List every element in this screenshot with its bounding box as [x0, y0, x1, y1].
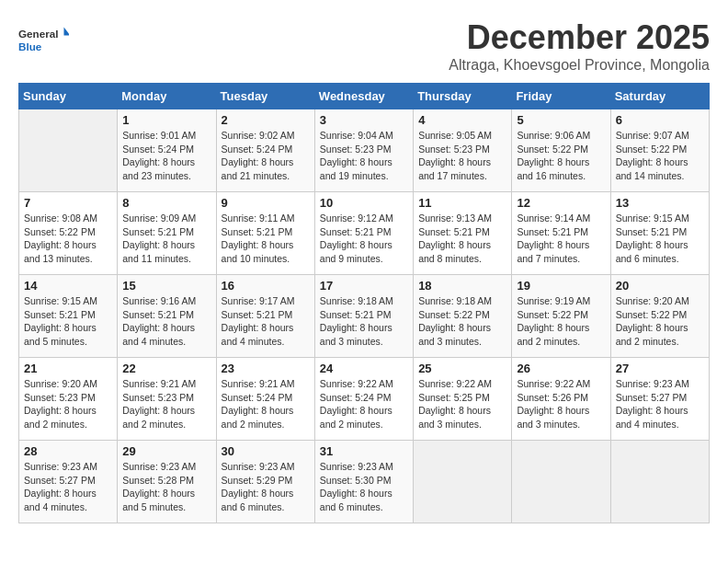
calendar-cell: 13 Sunrise: 9:15 AMSunset: 5:21 PMDaylig…: [610, 192, 709, 275]
calendar-cell: [414, 441, 512, 523]
title-area: December 2025 Altraga, Khoevsgoel Provin…: [449, 18, 710, 74]
day-number: 9: [222, 196, 310, 210]
day-number: 15: [122, 279, 210, 293]
calendar-week-row: 21 Sunrise: 9:20 AMSunset: 5:23 PMDaylig…: [19, 358, 710, 441]
day-number: 12: [517, 196, 605, 210]
day-info: Sunrise: 9:23 AMSunset: 5:28 PMDaylight:…: [122, 460, 210, 514]
day-info: Sunrise: 9:06 AMSunset: 5:22 PMDaylight:…: [517, 129, 605, 183]
day-number: 30: [222, 444, 310, 458]
day-info: Sunrise: 9:19 AMSunset: 5:22 PMDaylight:…: [517, 294, 605, 349]
day-number: 24: [320, 362, 408, 375]
day-number: 10: [320, 196, 408, 210]
day-info: Sunrise: 9:18 AMSunset: 5:22 PMDaylight:…: [418, 294, 506, 349]
calendar-week-row: 28 Sunrise: 9:23 AMSunset: 5:27 PMDaylig…: [19, 441, 710, 523]
day-number: 14: [24, 279, 112, 293]
calendar-cell: 31 Sunrise: 9:23 AMSunset: 5:30 PMDaylig…: [314, 441, 413, 523]
day-number: 7: [24, 196, 112, 210]
day-info: Sunrise: 9:22 AMSunset: 5:25 PMDaylight:…: [418, 377, 506, 431]
day-header-monday: Monday: [118, 84, 216, 109]
calendar-cell: 5 Sunrise: 9:06 AMSunset: 5:22 PMDayligh…: [512, 109, 610, 192]
calendar-cell: 23 Sunrise: 9:21 AMSunset: 5:24 PMDaylig…: [216, 358, 314, 441]
calendar-cell: 11 Sunrise: 9:13 AMSunset: 5:21 PMDaylig…: [414, 192, 512, 275]
calendar-cell: 29 Sunrise: 9:23 AMSunset: 5:28 PMDaylig…: [118, 441, 216, 523]
day-info: Sunrise: 9:09 AMSunset: 5:21 PMDaylight:…: [122, 212, 210, 266]
day-number: 23: [222, 362, 310, 375]
calendar-cell: 1 Sunrise: 9:01 AMSunset: 5:24 PMDayligh…: [118, 109, 216, 192]
day-header-sunday: Sunday: [19, 84, 118, 109]
day-number: 21: [24, 362, 112, 375]
day-number: 2: [222, 113, 310, 127]
calendar-cell: 16 Sunrise: 9:17 AMSunset: 5:21 PMDaylig…: [216, 275, 314, 358]
day-info: Sunrise: 9:15 AMSunset: 5:21 PMDaylight:…: [616, 212, 704, 266]
day-number: 22: [122, 362, 210, 375]
day-info: Sunrise: 9:01 AMSunset: 5:24 PMDaylight:…: [122, 129, 210, 183]
location-title: Altraga, Khoevsgoel Province, Mongolia: [449, 57, 710, 74]
day-header-wednesday: Wednesday: [314, 84, 413, 109]
calendar-cell: 9 Sunrise: 9:11 AMSunset: 5:21 PMDayligh…: [216, 192, 314, 275]
day-number: 18: [418, 279, 506, 293]
day-info: Sunrise: 9:08 AMSunset: 5:22 PMDaylight:…: [24, 212, 112, 266]
day-number: 6: [616, 113, 704, 127]
day-info: Sunrise: 9:13 AMSunset: 5:21 PMDaylight:…: [418, 212, 506, 266]
month-title: December 2025: [449, 18, 710, 57]
day-info: Sunrise: 9:12 AMSunset: 5:21 PMDaylight:…: [320, 212, 408, 266]
day-info: Sunrise: 9:15 AMSunset: 5:21 PMDaylight:…: [24, 294, 112, 349]
day-number: 17: [320, 279, 408, 293]
calendar-table: SundayMondayTuesdayWednesdayThursdayFrid…: [18, 83, 710, 523]
day-number: 19: [517, 279, 605, 293]
day-number: 25: [418, 362, 506, 375]
calendar-cell: 26 Sunrise: 9:22 AMSunset: 5:26 PMDaylig…: [512, 358, 610, 441]
day-info: Sunrise: 9:05 AMSunset: 5:23 PMDaylight:…: [418, 129, 506, 183]
calendar-cell: 12 Sunrise: 9:14 AMSunset: 5:21 PMDaylig…: [512, 192, 610, 275]
day-number: 26: [517, 362, 605, 375]
day-info: Sunrise: 9:20 AMSunset: 5:23 PMDaylight:…: [24, 377, 112, 431]
calendar-cell: [610, 441, 709, 523]
day-number: 1: [122, 113, 210, 127]
day-info: Sunrise: 9:23 AMSunset: 5:27 PMDaylight:…: [616, 377, 704, 431]
day-number: 11: [418, 196, 506, 210]
day-info: Sunrise: 9:21 AMSunset: 5:24 PMDaylight:…: [222, 377, 310, 431]
calendar-week-row: 1 Sunrise: 9:01 AMSunset: 5:24 PMDayligh…: [19, 109, 710, 192]
calendar-cell: 22 Sunrise: 9:21 AMSunset: 5:23 PMDaylig…: [118, 358, 216, 441]
calendar-cell: 30 Sunrise: 9:23 AMSunset: 5:29 PMDaylig…: [216, 441, 314, 523]
calendar-cell: 20 Sunrise: 9:20 AMSunset: 5:22 PMDaylig…: [610, 275, 709, 358]
day-info: Sunrise: 9:07 AMSunset: 5:22 PMDaylight:…: [616, 129, 704, 183]
calendar-cell: 4 Sunrise: 9:05 AMSunset: 5:23 PMDayligh…: [414, 109, 512, 192]
logo-svg: General Blue: [18, 18, 69, 64]
day-number: 28: [24, 444, 112, 458]
day-header-thursday: Thursday: [414, 84, 512, 109]
day-header-tuesday: Tuesday: [216, 84, 314, 109]
day-number: 29: [122, 444, 210, 458]
calendar-cell: 14 Sunrise: 9:15 AMSunset: 5:21 PMDaylig…: [19, 275, 118, 358]
logo: General Blue: [18, 18, 69, 64]
calendar-cell: 18 Sunrise: 9:18 AMSunset: 5:22 PMDaylig…: [414, 275, 512, 358]
calendar-cell: 15 Sunrise: 9:16 AMSunset: 5:21 PMDaylig…: [118, 275, 216, 358]
calendar-cell: 28 Sunrise: 9:23 AMSunset: 5:27 PMDaylig…: [19, 441, 118, 523]
calendar-cell: 27 Sunrise: 9:23 AMSunset: 5:27 PMDaylig…: [610, 358, 709, 441]
calendar-cell: 8 Sunrise: 9:09 AMSunset: 5:21 PMDayligh…: [118, 192, 216, 275]
day-info: Sunrise: 9:02 AMSunset: 5:24 PMDaylight:…: [222, 129, 310, 183]
calendar-week-row: 7 Sunrise: 9:08 AMSunset: 5:22 PMDayligh…: [19, 192, 710, 275]
day-number: 16: [222, 279, 310, 293]
day-info: Sunrise: 9:23 AMSunset: 5:29 PMDaylight:…: [222, 460, 310, 514]
calendar-cell: 24 Sunrise: 9:22 AMSunset: 5:24 PMDaylig…: [314, 358, 413, 441]
svg-marker-2: [64, 28, 70, 36]
day-info: Sunrise: 9:21 AMSunset: 5:23 PMDaylight:…: [122, 377, 210, 431]
calendar-cell: 10 Sunrise: 9:12 AMSunset: 5:21 PMDaylig…: [314, 192, 413, 275]
calendar-cell: 21 Sunrise: 9:20 AMSunset: 5:23 PMDaylig…: [19, 358, 118, 441]
day-info: Sunrise: 9:20 AMSunset: 5:22 PMDaylight:…: [616, 294, 704, 349]
calendar-week-row: 14 Sunrise: 9:15 AMSunset: 5:21 PMDaylig…: [19, 275, 710, 358]
calendar-cell: 3 Sunrise: 9:04 AMSunset: 5:23 PMDayligh…: [314, 109, 413, 192]
calendar-cell: 17 Sunrise: 9:18 AMSunset: 5:21 PMDaylig…: [314, 275, 413, 358]
day-info: Sunrise: 9:23 AMSunset: 5:30 PMDaylight:…: [320, 460, 408, 514]
day-number: 27: [616, 362, 704, 375]
calendar-cell: [512, 441, 610, 523]
day-header-saturday: Saturday: [610, 84, 709, 109]
day-number: 4: [418, 113, 506, 127]
calendar-header-row: SundayMondayTuesdayWednesdayThursdayFrid…: [19, 84, 710, 109]
svg-text:Blue: Blue: [18, 40, 42, 52]
day-info: Sunrise: 9:18 AMSunset: 5:21 PMDaylight:…: [320, 294, 408, 349]
day-number: 20: [616, 279, 704, 293]
calendar-cell: 6 Sunrise: 9:07 AMSunset: 5:22 PMDayligh…: [610, 109, 709, 192]
day-info: Sunrise: 9:22 AMSunset: 5:26 PMDaylight:…: [517, 377, 605, 431]
